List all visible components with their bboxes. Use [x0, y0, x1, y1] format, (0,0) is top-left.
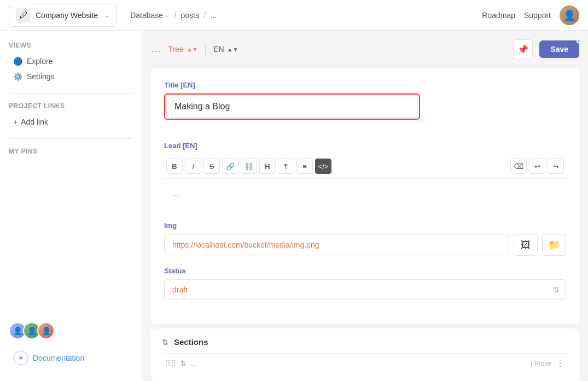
pin-button[interactable]: 📌 [513, 39, 533, 59]
status-field-label: Status [164, 267, 566, 275]
my-pins-label: My pins [9, 148, 133, 155]
top-nav: 🖊 Company Website ⌄ Database ⌄ / posts /… [0, 0, 588, 31]
sections-toggle-icon[interactable]: ⇅ [162, 338, 168, 347]
tree-label: Tree [168, 45, 183, 54]
bold-button[interactable]: B [166, 159, 183, 174]
section-drag-icon[interactable]: ⠿⠿ [165, 359, 176, 368]
save-label: Save [550, 45, 568, 54]
add-link-button[interactable]: + Add link [9, 114, 133, 130]
collaborator-avatar-3[interactable]: 👤 [37, 322, 55, 339]
content-area: ... Tree ▲▼ | EN ▲▼ 📌 Save Title [EN] [142, 31, 588, 381]
link-button[interactable]: 🔗 [222, 159, 238, 174]
status-select-wrapper: draft published archived [164, 279, 566, 300]
support-link[interactable]: Support [524, 11, 551, 20]
lead-format-toolbar: B I S 🔗 ⛓️ H ¶ ≡ </> ⌫ ↩ ↪ [164, 154, 566, 179]
add-link-label: Add link [21, 118, 48, 126]
redo-button[interactable]: ↪ [548, 159, 564, 174]
status-field: Status draft published archived [164, 267, 566, 300]
section-expand-icon[interactable]: ⇅ [181, 360, 186, 367]
settings-icon: ⚙️ [13, 72, 22, 81]
explore-icon: 🔵 [13, 57, 22, 66]
img-field-label: Img [164, 221, 566, 230]
title-input[interactable] [166, 96, 418, 118]
clear-format-button[interactable]: ⌫ [510, 159, 527, 174]
tree-selector[interactable]: Tree ▲▼ [168, 45, 197, 54]
doc-icon: ☀ [13, 350, 28, 366]
lang-chevron-icon: ▲▼ [228, 46, 238, 52]
paragraph-button[interactable]: ¶ [278, 159, 294, 174]
tree-chevron-icon: ▲▼ [187, 46, 198, 52]
sidebar-item-settings[interactable]: ⚙️ Settings [9, 69, 133, 84]
section-prose-label: | Prose [531, 360, 551, 367]
sidebar-divider-1 [9, 93, 133, 93]
toolbar-separator: | [204, 44, 207, 55]
breadcrumb-sep-1: / [174, 10, 176, 20]
breadcrumb-database-label: Database [130, 11, 163, 20]
save-button[interactable]: Save [539, 40, 579, 58]
project-links-label: Project links [9, 102, 133, 110]
sidebar-item-explore-label: Explore [27, 57, 53, 66]
collaborators-avatars: 👤 👤 👤 [9, 311, 133, 339]
lang-selector[interactable]: EN ▲▼ [213, 45, 238, 54]
breadcrumb-database-chevron-icon: ⌄ [165, 12, 170, 18]
main-layout: Views 🔵 Explore ⚙️ Settings Project link… [0, 31, 588, 381]
add-icon: + [13, 118, 18, 126]
app-name: Company Website [36, 11, 98, 20]
roadmap-link[interactable]: Roadmap [482, 11, 515, 20]
content-toolbar: ... Tree ▲▼ | EN ▲▼ 📌 Save [151, 39, 579, 59]
status-select[interactable]: draft published archived [164, 279, 566, 300]
sidebar-documentation-item[interactable]: ☀ Documentation [9, 346, 133, 370]
unlink-button[interactable]: ⛓️ [241, 159, 257, 174]
toolbar-more-icon[interactable]: ... [151, 44, 161, 54]
title-field-label: Title [EN] [164, 81, 566, 89]
breadcrumb-database[interactable]: Database ⌄ [130, 11, 170, 20]
img-input-row: 🖼 📁 [164, 234, 566, 256]
breadcrumb-posts[interactable]: posts [181, 11, 199, 20]
breadcrumb-posts-label: posts [181, 11, 199, 20]
strikethrough-button[interactable]: S [203, 159, 220, 174]
nav-right: Roadmap Support 👤 [482, 5, 579, 25]
section-content[interactable]: ... [190, 359, 526, 368]
sections-title: Sections [174, 337, 208, 347]
breadcrumb-sep-2: / [203, 10, 206, 20]
breadcrumb-more[interactable]: ... [210, 11, 217, 20]
sidebar-item-explore[interactable]: 🔵 Explore [9, 54, 133, 69]
user-avatar[interactable]: 👤 [560, 5, 579, 25]
img-field: Img 🖼 📁 [164, 221, 566, 256]
list-button[interactable]: ≡ [296, 159, 313, 174]
lead-field: Lead [EN] B I S 🔗 ⛓️ H ¶ ≡ </> ⌫ ↩ ↪ [164, 142, 566, 210]
app-logo-icon: 🖊 [16, 8, 31, 23]
section-more-icon[interactable]: ⋮ [556, 358, 565, 368]
documentation-label: Documentation [33, 354, 84, 362]
section-item: ⠿⠿ ⇅ ... | Prose ⋮ [162, 353, 568, 373]
save-dot-indicator [577, 39, 581, 43]
undo-button[interactable]: ↩ [529, 159, 545, 174]
italic-button[interactable]: I [185, 159, 201, 174]
lead-content-area[interactable]: ... [164, 183, 566, 210]
sections-card: ⇅ Sections ⠿⠿ ⇅ ... | Prose ⋮ [151, 329, 579, 381]
code-button[interactable]: </> [315, 159, 331, 174]
sidebar-item-settings-label: Settings [27, 72, 55, 81]
views-section-label: Views [9, 42, 133, 49]
app-switcher[interactable]: 🖊 Company Website ⌄ [9, 4, 117, 27]
sidebar-divider-2 [9, 138, 133, 139]
img-preview-button[interactable]: 🖼 [514, 234, 538, 256]
sidebar: Views 🔵 Explore ⚙️ Settings Project link… [0, 31, 142, 381]
lang-label: EN [213, 45, 224, 54]
breadcrumb: Database ⌄ / posts / ... [130, 10, 475, 20]
img-url-input[interactable] [164, 235, 509, 255]
lead-field-label: Lead [EN] [164, 142, 566, 150]
sections-header: ⇅ Sections [162, 337, 568, 347]
lead-toolbar-right: ⌫ ↩ ↪ [510, 159, 564, 174]
title-input-highlight [164, 93, 420, 120]
app-switcher-chevron-icon: ⌄ [104, 11, 110, 19]
img-browse-button[interactable]: 📁 [542, 234, 566, 256]
breadcrumb-more-label: ... [210, 11, 217, 20]
form-card: Title [EN] Lead [EN] B I S 🔗 ⛓️ H ¶ ≡ [151, 68, 579, 324]
heading-button[interactable]: H [259, 159, 276, 174]
